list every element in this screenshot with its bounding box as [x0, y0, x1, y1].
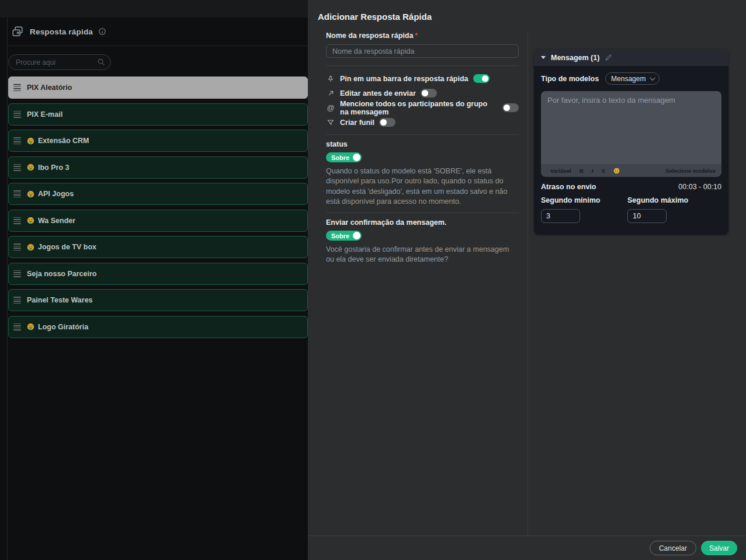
drag-handle-icon[interactable]: [13, 297, 21, 304]
list-item-label: Ibo Pro 3: [38, 164, 69, 172]
column-divider: [528, 32, 528, 535]
toggle-row-pin: Pin em uma barra de resposta rápida: [326, 71, 519, 86]
status-label: status: [326, 140, 519, 148]
list-item[interactable]: Logo Giratória: [8, 316, 308, 338]
drag-handle-icon[interactable]: [13, 84, 21, 91]
required-asterisk: *: [415, 32, 418, 40]
list-item[interactable]: PIX E-mail: [8, 103, 308, 126]
toggle-label: Criar funil: [340, 119, 374, 127]
bold-button[interactable]: B: [580, 168, 584, 174]
type-row: Tipo de modelos Mensagem: [541, 72, 721, 85]
toggle-row-funnel: Criar funil: [326, 115, 519, 130]
add-quick-reply-drawer: Adicionar Resposta Rápida Nome da respos…: [308, 0, 746, 560]
drag-handle-icon[interactable]: [13, 111, 21, 118]
seconds-labels: Segundo mínimo Segundo máximo: [541, 196, 721, 204]
confirm-switch[interactable]: Sobre: [326, 231, 362, 241]
seconds-inputs: [541, 209, 721, 223]
status-description: Quando o status do modelo está 'SOBRE', …: [326, 166, 519, 207]
search-field: [8, 54, 111, 70]
delay-value: 00:03 - 00:10: [678, 183, 721, 191]
list-item-label: PIX Aleatório: [27, 84, 72, 92]
panel-border: [7, 18, 8, 560]
status-switch-text: Sobre: [331, 154, 349, 161]
money-face-emoji: [27, 137, 34, 145]
message-textarea[interactable]: [541, 91, 721, 164]
switch-knob: [353, 232, 360, 239]
drawer-title: Adicionar Resposta Rápida: [318, 12, 432, 22]
max-seconds-label: Segundo máximo: [627, 196, 688, 204]
drawer-footer: Cancelar Salvar: [308, 535, 746, 560]
drag-handle-icon[interactable]: [13, 137, 21, 144]
list-item[interactable]: Seja nosso Parceiro: [8, 263, 308, 285]
list-item[interactable]: Ibo Pro 3: [8, 156, 308, 179]
toggle-row-edit: Editar antes de enviar: [326, 86, 519, 100]
list-item-label: API Jogos: [38, 190, 74, 198]
delay-row: Atraso no envio 00:03 - 00:10: [541, 183, 721, 191]
app-screen: Resposta rápida PIX Aleatório: [0, 0, 746, 560]
min-seconds-input[interactable]: [541, 209, 580, 223]
message-card-title: Mensagem (1): [551, 54, 599, 62]
pin-icon: [326, 74, 335, 83]
status-switch[interactable]: Sobre: [326, 152, 362, 162]
list-item-label: Painel Teste Wares: [27, 296, 93, 304]
type-select-value: Mensagem: [611, 75, 646, 83]
strike-button[interactable]: S: [601, 168, 605, 174]
drag-handle-icon[interactable]: [13, 190, 21, 197]
search-input[interactable]: [8, 54, 111, 70]
toggle-rows: Pin em uma barra de resposta rápida Edit…: [326, 71, 519, 130]
drag-handle-icon[interactable]: [13, 217, 21, 224]
list-item[interactable]: PIX Aleatório: [8, 76, 308, 99]
panel-header: Resposta rápida: [8, 18, 308, 46]
italic-button[interactable]: I: [592, 168, 594, 174]
drag-handle-icon[interactable]: [13, 270, 21, 277]
list-item[interactable]: Jogos de TV box: [8, 236, 308, 258]
confirm-label: Enviar confirmação da mensagem.: [326, 218, 519, 227]
list-item-label: Jogos de TV box: [38, 243, 96, 251]
cancel-button[interactable]: Cancelar: [650, 541, 696, 555]
drag-handle-icon[interactable]: [13, 164, 21, 171]
arrow-up-right-icon: [326, 89, 335, 98]
message-editor: Variável B I S Selecione mod: [541, 91, 721, 177]
collapse-caret-icon[interactable]: [541, 56, 546, 59]
list-item[interactable]: Wa Sender: [8, 210, 308, 232]
funnel-icon: [326, 118, 335, 127]
type-label: Tipo de modelos: [541, 75, 599, 83]
max-seconds-input[interactable]: [627, 209, 667, 223]
list-item[interactable]: Extensão CRM: [8, 130, 308, 152]
pencil-icon[interactable]: [605, 54, 612, 61]
drag-handle-icon[interactable]: [13, 324, 21, 331]
name-input[interactable]: [326, 44, 519, 58]
select-models-button[interactable]: Selecione modelos: [665, 168, 716, 174]
edit-before-send-switch[interactable]: [421, 89, 437, 98]
drag-handle-icon[interactable]: [13, 244, 21, 251]
type-select[interactable]: Mensagem: [605, 72, 660, 85]
save-button[interactable]: Salvar: [701, 541, 737, 555]
min-seconds-label: Segundo mínimo: [541, 196, 627, 204]
switch-knob: [353, 154, 360, 161]
toggle-label: Mencione todos os participantes do grupo…: [340, 100, 498, 116]
editor-toolbar: Variável B I S Selecione mod: [541, 164, 721, 177]
list-item-label: Seja nosso Parceiro: [27, 270, 97, 278]
list-item-label: PIX E-mail: [27, 110, 63, 119]
panel-title: Resposta rápida: [30, 27, 93, 36]
create-funnel-switch[interactable]: [379, 118, 395, 127]
message-card-header[interactable]: Mensagem (1): [534, 49, 728, 66]
money-face-emoji: [27, 164, 34, 171]
money-face-emoji: [27, 244, 34, 251]
money-face-emoji: [27, 323, 34, 331]
message-card-body: Tipo de modelos Mensagem Variável B I S: [534, 66, 728, 235]
info-icon[interactable]: [98, 27, 106, 36]
quick-reply-list: PIX Aleatório PIX E-mail Extensão CRM: [8, 76, 308, 342]
mention-all-switch[interactable]: [502, 103, 519, 112]
money-face-emoji: [27, 217, 34, 224]
at-sign-icon: @: [326, 103, 335, 112]
list-item[interactable]: API Jogos: [8, 183, 308, 205]
smiley-emoji-icon[interactable]: [613, 168, 620, 174]
confirm-switch-text: Sobre: [331, 232, 349, 239]
delay-label: Atraso no envio: [541, 183, 596, 191]
pin-switch[interactable]: [473, 74, 490, 83]
toggle-label: Pin em uma barra de resposta rápida: [340, 75, 469, 83]
list-item[interactable]: Painel Teste Wares: [8, 289, 308, 311]
variable-button[interactable]: Variável: [550, 168, 571, 174]
name-label-text: Nome da resposta rápida: [326, 32, 413, 40]
